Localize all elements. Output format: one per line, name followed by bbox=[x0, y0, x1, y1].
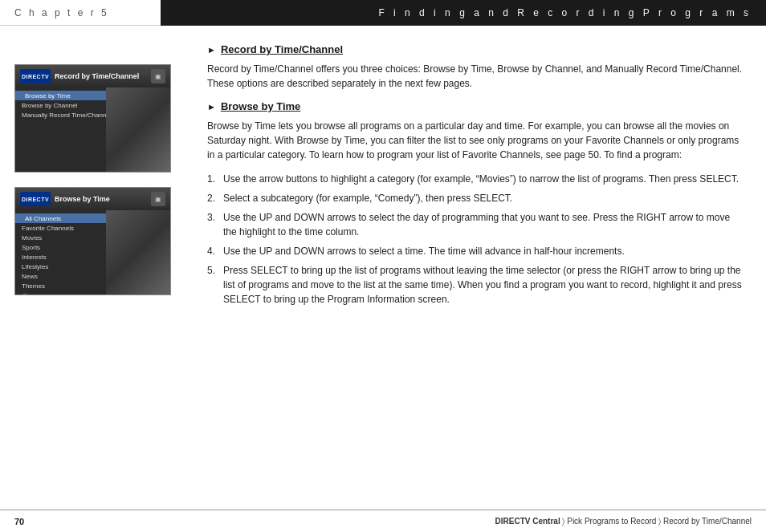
screenshot-browse-by-time: DIRECTV Browse by Time ▣ All Channels Fa… bbox=[14, 187, 171, 295]
chapter-label: C h a p t e r 5 bbox=[0, 0, 161, 26]
section-heading-2: ► Browse by Time bbox=[207, 100, 744, 112]
step-text-1: Use the arrow buttons to highlight a cat… bbox=[223, 172, 744, 186]
step-text-3: Use the UP and DOWN arrows to select the… bbox=[223, 210, 744, 239]
step-1: 1. Use the arrow buttons to highlight a … bbox=[207, 172, 744, 186]
section-title-1: Record by Time/Channel bbox=[221, 43, 343, 55]
tv-icon-2: ▣ bbox=[151, 192, 165, 206]
screenshot-image-2 bbox=[106, 210, 170, 294]
screenshot-header-1: DIRECTV Record by Time/Channel ▣ bbox=[15, 65, 170, 87]
screenshot-title-2: Browse by Time bbox=[55, 195, 147, 203]
section-heading-1: ► Record by Time/Channel bbox=[207, 43, 744, 55]
step-text-2: Select a subcategory (for example, “Come… bbox=[223, 191, 744, 205]
chapter-title: F i n d i n g a n d R e c o r d i n g P … bbox=[161, 0, 766, 26]
section-title-2: Browse by Time bbox=[221, 100, 300, 112]
section-body-2: Browse by Time lets you browse all progr… bbox=[207, 119, 744, 162]
breadcrumb-part-2: Pick Programs to Record bbox=[567, 517, 656, 526]
directv-logo-1: DIRECTV bbox=[20, 69, 51, 83]
page-header: C h a p t e r 5 F i n d i n g a n d R e … bbox=[0, 0, 766, 26]
step-num-1: 1. bbox=[207, 172, 223, 186]
screenshot-title-1: Record by Time/Channel bbox=[55, 72, 147, 80]
step-num-2: 2. bbox=[207, 191, 223, 205]
directv-logo-2: DIRECTV bbox=[20, 192, 51, 206]
chapter-title-text: F i n d i n g a n d R e c o r d i n g P … bbox=[378, 7, 752, 18]
step-2: 2. Select a subcategory (for example, “C… bbox=[207, 191, 744, 205]
breadcrumb: DIRECTV Central 〉 Pick Programs to Recor… bbox=[495, 517, 752, 526]
step-text-5: Press SELECT to bring up the list of pro… bbox=[223, 263, 744, 307]
page-number: 70 bbox=[14, 517, 24, 526]
steps-list: 1. Use the arrow buttons to highlight a … bbox=[207, 172, 744, 307]
chapter-text: C h a p t e r 5 bbox=[14, 7, 109, 18]
breadcrumb-part-3: Record by Time/Channel bbox=[663, 517, 752, 526]
screenshot-image-1 bbox=[106, 87, 170, 172]
content-column: ► Record by Time/Channel Record by Time/… bbox=[191, 40, 752, 510]
arrow-bullet-2: ► bbox=[207, 102, 216, 112]
step-num-4: 4. bbox=[207, 244, 223, 258]
tv-icon-1: ▣ bbox=[151, 69, 165, 83]
step-num-3: 3. bbox=[207, 210, 223, 225]
step-text-4: Use the UP and DOWN arrows to select a t… bbox=[223, 244, 744, 258]
breadcrumb-part-1: DIRECTV Central bbox=[495, 517, 560, 526]
page-body: DIRECTV Record by Time/Channel ▣ Browse … bbox=[0, 26, 766, 510]
page-footer: 70 DIRECTV Central 〉 Pick Programs to Re… bbox=[0, 510, 766, 532]
step-4: 4. Use the UP and DOWN arrows to select … bbox=[207, 244, 744, 258]
arrow-bullet-1: ► bbox=[207, 45, 216, 55]
section-body-1: Record by Time/Channel offers you three … bbox=[207, 62, 744, 91]
step-num-5: 5. bbox=[207, 263, 223, 278]
step-5: 5. Press SELECT to bring up the list of … bbox=[207, 263, 744, 307]
screenshot-header-2: DIRECTV Browse by Time ▣ bbox=[15, 188, 170, 210]
screenshot-column: DIRECTV Record by Time/Channel ▣ Browse … bbox=[14, 40, 191, 510]
screenshot-record-by-time-channel: DIRECTV Record by Time/Channel ▣ Browse … bbox=[14, 64, 171, 173]
step-3: 3. Use the UP and DOWN arrows to select … bbox=[207, 210, 744, 239]
